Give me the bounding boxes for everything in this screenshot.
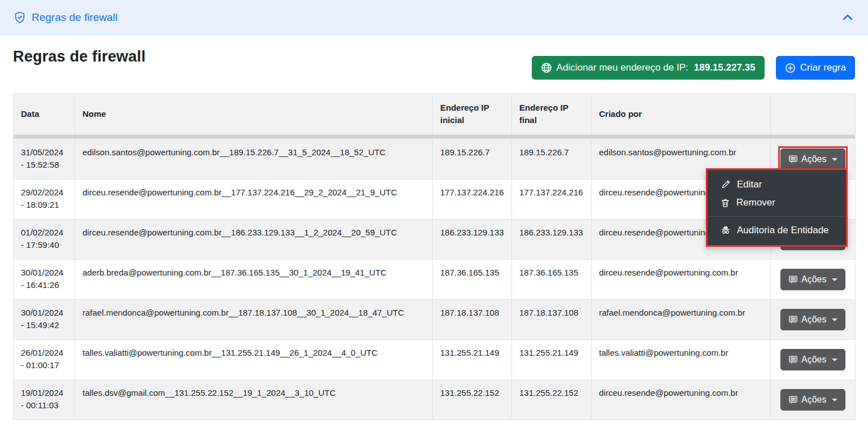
column-header-ip-final: Endereço IP final <box>512 94 592 135</box>
annotation-box: Ações <box>778 267 848 292</box>
page-head: Regras de firewall Adicionar meu endereç… <box>13 48 855 80</box>
acoes-dropdown-button[interactable]: Ações <box>780 269 845 290</box>
plus-circle-icon <box>785 63 796 73</box>
header-row: Data Nome Endereço IP inicial Endereço I… <box>14 94 856 135</box>
cell-created-by: rafael.mendonca@powertuning.com.br <box>592 300 771 340</box>
cell-date: 26/01/2024 - 01:00:17 <box>14 340 75 380</box>
cell-date: 30/01/2024 - 16:41:26 <box>14 260 75 300</box>
column-header-actions <box>771 94 856 135</box>
cell-date: 31/05/2024 - 15:52:58 <box>14 139 75 180</box>
globe-icon <box>541 62 552 73</box>
menu-item-remover[interactable]: Remover <box>708 194 846 212</box>
caret-down-icon <box>832 318 837 321</box>
column-header-data: Data <box>14 94 75 135</box>
acoes-button-label: Ações <box>801 355 826 365</box>
create-rule-label: Criar regra <box>800 62 846 73</box>
caret-down-icon <box>832 359 837 361</box>
table-row: 19/01/2024 - 00:11:03 talles.dsv@gmail.c… <box>14 380 856 420</box>
menu-item-label: Auditoria de Entidade <box>737 225 829 236</box>
acoes-dropdown-button[interactable]: Ações <box>780 309 845 330</box>
cell-date: 19/01/2024 - 00:11:03 <box>14 380 75 420</box>
menu-divider <box>708 216 846 217</box>
add-my-ip-button[interactable]: Adicionar meu endereço de IP: 189.15.227… <box>532 56 765 80</box>
menu-item-label: Editar <box>737 179 762 190</box>
column-header-ip-inicial: Endereço IP inicial <box>433 94 512 135</box>
cell-name: dirceu.resende@powertuning.com.br__186.2… <box>75 220 433 260</box>
acoes-button-label: Ações <box>801 274 826 285</box>
cell-created-by: dirceu.resende@powertuning.com.br <box>592 380 771 420</box>
cell-name: aderb.breda@powertuning.com.br__187.36.1… <box>75 260 433 300</box>
table-head: Data Nome Endereço IP inicial Endereço I… <box>14 94 856 139</box>
menu-item-label: Remover <box>736 197 775 208</box>
table-row: 26/01/2024 - 01:00:17 talles.valiatti@po… <box>14 340 856 380</box>
cell-name: edilson.santos@powertuning.com.br__189.1… <box>75 139 433 180</box>
menu-item-auditoria[interactable]: Auditoria de Entidade <box>708 221 846 239</box>
cell-actions: Ações <box>771 260 856 300</box>
acoes-dropdown-button[interactable]: Ações <box>780 389 845 411</box>
column-header-nome: Nome <box>75 94 433 135</box>
collapse-panel-button[interactable] <box>841 11 854 24</box>
cell-ip-start: 131.255.22.152 <box>433 380 512 420</box>
cell-actions: Ações <box>771 380 856 420</box>
firewall-rules-table: Data Nome Endereço IP inicial Endereço I… <box>13 93 856 420</box>
cell-actions: Ações <box>771 300 856 340</box>
annotation-box: Ações <box>778 347 848 373</box>
table-row: 30/01/2024 - 15:49:42 rafael.mendonca@po… <box>14 300 856 340</box>
cell-created-by: dirceu.resende@powertuning.com.br <box>592 260 771 300</box>
cell-name: rafael.mendonca@powertuning.com.br__187.… <box>75 300 433 340</box>
cell-name: talles.dsv@gmail.com__131.255.22.152__19… <box>75 380 433 420</box>
head-actions: Adicionar meu endereço de IP: 189.15.227… <box>532 56 855 80</box>
shield-check-icon <box>14 11 26 24</box>
acoes-dropdown-button[interactable]: Ações <box>780 149 845 170</box>
firewall-panel-header[interactable]: Regras de firewall <box>0 0 868 35</box>
cell-ip-start: 186.233.129.133 <box>433 220 512 260</box>
cell-ip-end: 189.15.226.7 <box>512 139 592 180</box>
cell-name: dirceu.resende@powertuning.com.br__177.1… <box>75 180 433 220</box>
acoes-button-label: Ações <box>801 154 826 164</box>
cell-ip-end: 131.255.21.149 <box>512 340 592 380</box>
server-icon <box>788 155 798 164</box>
page-title: Regras de firewall <box>13 48 146 66</box>
panel-title: Regras de firewall <box>32 11 118 24</box>
caret-down-icon <box>832 158 837 161</box>
server-icon <box>788 355 798 365</box>
cell-ip-end: 187.36.165.135 <box>512 260 592 300</box>
create-rule-button[interactable]: Criar regra <box>776 56 855 80</box>
cell-date: 29/02/2024 - 18:09:21 <box>14 180 75 220</box>
cell-ip-end: 187.18.137.108 <box>512 300 592 340</box>
cell-ip-end: 177.137.224.216 <box>512 180 592 220</box>
cell-ip-start: 131.255.21.149 <box>433 340 512 380</box>
cell-ip-end: 131.255.22.152 <box>512 380 592 420</box>
acoes-dropdown-button[interactable]: Ações <box>780 349 845 370</box>
cell-date: 01/02/2024 - 17:59:40 <box>14 220 75 260</box>
table-row: 30/01/2024 - 16:41:26 aderb.breda@powert… <box>14 260 856 300</box>
cell-ip-start: 187.18.137.108 <box>433 300 512 340</box>
caret-down-icon <box>832 278 837 281</box>
cell-ip-end: 186.233.129.133 <box>512 220 592 260</box>
trash-icon <box>721 198 730 208</box>
acoes-button-label: Ações <box>801 395 826 405</box>
acoes-button-label: Ações <box>801 315 826 325</box>
menu-item-editar[interactable]: Editar <box>708 176 846 194</box>
caret-down-icon <box>832 399 837 401</box>
annotation-box: Ações <box>778 307 848 333</box>
chevron-up-icon <box>841 11 854 24</box>
cell-ip-start: 187.36.165.135 <box>433 260 512 300</box>
cell-created-by: talles.valiatti@powertuning.com.br <box>592 340 771 380</box>
cell-date: 30/01/2024 - 15:49:42 <box>14 300 75 340</box>
incognito-icon <box>721 225 731 235</box>
add-my-ip-label: Adicionar meu endereço de IP: <box>557 62 688 73</box>
my-ip-value: 189.15.227.35 <box>694 62 756 73</box>
pencil-icon <box>721 180 731 190</box>
server-icon <box>788 395 798 405</box>
column-header-criado-por: Criado por <box>592 94 771 135</box>
server-icon <box>788 275 798 285</box>
cell-ip-start: 189.15.226.7 <box>433 139 512 180</box>
cell-name: talles.valiatti@powertuning.com.br__131.… <box>75 340 433 380</box>
acoes-dropdown-menu: Editar Remover Auditoria de Entidade <box>706 168 848 247</box>
cell-actions: Ações <box>771 340 856 380</box>
annotation-box: Ações <box>778 387 848 413</box>
header-separator-band <box>14 135 856 139</box>
server-icon <box>788 315 798 325</box>
cell-ip-start: 177.137.224.216 <box>433 180 512 220</box>
